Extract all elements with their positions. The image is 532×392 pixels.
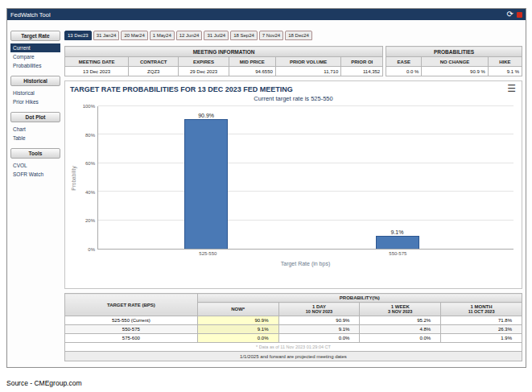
x-tick: 550-575: [389, 251, 406, 256]
app-title: FedWatch Tool: [10, 11, 51, 19]
refresh-icon[interactable]: ⟳: [507, 10, 513, 19]
row-label: 525-550 (Current): [65, 316, 198, 325]
probabilities-summary-table: PROBABILITIES EASE NO CHANGE HIKE 0.0 % …: [386, 46, 522, 76]
fedwatch-window: FedWatch Tool ⟳ Target Rate Current Comp…: [6, 8, 526, 368]
row-label: 550-575: [65, 325, 198, 334]
sidebar-items-target-rate: Current Compare Probabilities: [10, 43, 60, 70]
chart-title: TARGET RATE PROBABILITIES FOR 13 DEC 202…: [65, 81, 522, 95]
cell-now: 0.0%: [197, 334, 278, 343]
chart-subtitle: Current target rate is 525-550: [65, 95, 522, 102]
info-tables: MEETING INFORMATION MEETING DATE CONTRAC…: [64, 46, 522, 76]
cell-1-week: 4.8%: [360, 325, 441, 334]
sidebar-section-target-rate: Target Rate: [10, 31, 60, 41]
main-content: 13 Dec23 31 Jan24 20 Mar24 1 May24 12 Ju…: [64, 31, 522, 361]
sidebar-item-prior-hikes[interactable]: Prior Hikes: [10, 97, 60, 106]
sidebar-section-historical: Historical: [10, 76, 60, 86]
col-label: NOW*: [200, 307, 276, 312]
page: FedWatch Tool ⟳ Target Rate Current Comp…: [0, 0, 532, 392]
tab-7-nov24[interactable]: 7 Nov24: [259, 31, 283, 40]
y-axis-title: Probability: [68, 106, 78, 250]
row-label: 575-600: [65, 334, 198, 343]
cell-now: 90.9%: [197, 316, 278, 325]
cell-1-day: 9.1%: [278, 325, 360, 334]
cell-1-month: 26.3%: [441, 325, 522, 334]
y-tick: 60%: [85, 161, 95, 166]
y-axis-ticks: 100% 80% 60% 40% 20% 0%: [78, 106, 97, 250]
sidebar: Target Rate Current Compare Probabilitie…: [10, 31, 60, 361]
sidebar-item-current[interactable]: Current: [10, 43, 60, 52]
tab-12-jun24[interactable]: 12 Jun24: [176, 31, 203, 40]
col-meeting-date: MEETING DATE: [65, 57, 129, 67]
sidebar-items-dot-plot: Chart Table: [10, 125, 60, 142]
meeting-date-value: 13 Dec 2023: [65, 67, 129, 76]
sidebar-items-historical: Historical Prior Hikes: [10, 89, 60, 106]
tab-18-sep24[interactable]: 18 Sep24: [230, 31, 258, 40]
sidebar-section-dot-plot: Dot Plot: [10, 112, 60, 122]
col-1-week: 1 WEEK 3 NOV 2023: [360, 303, 441, 316]
probability-chart-panel: TARGET RATE PROBABILITIES FOR 13 DEC 202…: [64, 80, 522, 289]
cell-1-month: 71.8%: [441, 316, 522, 325]
bar-value-label: 9.1%: [391, 229, 404, 235]
col-1-month: 1 MONTH 11 OCT 2023: [441, 303, 522, 316]
sidebar-item-table[interactable]: Table: [10, 134, 60, 142]
tab-20-mar24[interactable]: 20 Mar24: [121, 31, 147, 40]
y-tick: 0%: [88, 247, 95, 252]
tab-13-dec23[interactable]: 13 Dec23: [64, 31, 92, 40]
y-tick: 80%: [85, 133, 95, 138]
tab-31-jul24[interactable]: 31 Jul24: [204, 31, 229, 40]
y-tick: 100%: [83, 104, 95, 109]
hike-value: 9.1 %: [488, 67, 522, 76]
cell-1-day: 0.0%: [278, 334, 360, 343]
plot-area: 90.9% 9.1%: [97, 106, 513, 250]
meeting-info-title: MEETING INFORMATION: [65, 47, 383, 57]
sidebar-item-historical[interactable]: Historical: [10, 89, 60, 97]
source-attribution: Source - CMEgroup.com: [6, 379, 82, 387]
y-tick: 20%: [85, 218, 95, 223]
contract-value: ZQZ3: [129, 67, 179, 76]
sidebar-item-chart[interactable]: Chart: [10, 125, 60, 134]
y-tick: 40%: [85, 190, 95, 195]
cell-1-day: 90.9%: [278, 316, 360, 325]
col-ease: EASE: [386, 57, 422, 67]
cell-now: 9.1%: [197, 325, 278, 334]
col-date: 10 NOV 2023: [282, 309, 357, 314]
gridline: [98, 220, 513, 221]
chart-menu-icon[interactable]: ☰: [507, 83, 516, 94]
col-1-day: 1 DAY 10 NOV 2023: [278, 303, 360, 316]
table-row-575-600: 575-600 0.0% 0.0% 0.0% 1.9%: [65, 334, 522, 343]
sidebar-item-cvol[interactable]: CVOL: [10, 161, 60, 170]
titlebar: FedWatch Tool ⟳: [7, 9, 526, 20]
tab-18-dec24[interactable]: 18 Dec24: [285, 31, 312, 40]
meeting-date-tabs: 13 Dec23 31 Jan24 20 Mar24 1 May24 12 Ju…: [64, 31, 522, 40]
col-date: 3 NOV 2023: [362, 309, 438, 314]
tab-1-may24[interactable]: 1 May24: [150, 31, 175, 40]
titlebar-icons: ⟳: [507, 10, 522, 19]
no-change-value: 90.9 %: [422, 67, 488, 76]
table-row-550-575: 550-575 9.1% 9.1% 4.8% 26.3%: [65, 325, 522, 334]
x-axis-ticks: 525-550 550-575: [101, 251, 513, 258]
col-no-change: NO CHANGE: [422, 57, 488, 67]
sidebar-item-sofr-watch[interactable]: SOFR Watch: [10, 170, 60, 179]
meeting-info-table: MEETING INFORMATION MEETING DATE CONTRAC…: [64, 46, 383, 76]
bar-value-label: 90.9%: [198, 113, 214, 118]
projection-note: 1/1/2025 and forward are projected meeti…: [65, 352, 522, 361]
bar-group-525-550: 90.9%: [184, 106, 228, 249]
probabilities-title: PROBABILITIES: [386, 47, 522, 57]
col-prior-volume: PRIOR VOLUME: [275, 57, 340, 67]
col-prior-oi: PRIOR OI: [341, 57, 383, 67]
sidebar-item-probabilities[interactable]: Probabilities: [10, 61, 60, 70]
sidebar-section-tools: Tools: [10, 148, 60, 159]
app-body: Target Rate Current Compare Probabilitie…: [7, 20, 526, 361]
col-now: NOW*: [197, 303, 278, 316]
probability-history-table: TARGET RATE (BPS) PROBABILITY(%) NOW* 1 …: [64, 293, 522, 361]
col-contract: CONTRACT: [129, 57, 179, 67]
plot-row: Probability 100% 80% 60% 40% 20% 0%: [68, 106, 513, 250]
col-hike: HIKE: [488, 57, 522, 67]
cell-1-week: 0.0%: [360, 334, 441, 343]
x-tick: 525-550: [199, 251, 217, 256]
app-badge-icon[interactable]: [517, 12, 522, 18]
sidebar-item-compare[interactable]: Compare: [10, 52, 60, 61]
cell-1-week: 95.2%: [360, 316, 441, 325]
tab-31-jan24[interactable]: 31 Jan24: [93, 31, 120, 40]
col-target-rate-bps: TARGET RATE (BPS): [65, 294, 198, 316]
